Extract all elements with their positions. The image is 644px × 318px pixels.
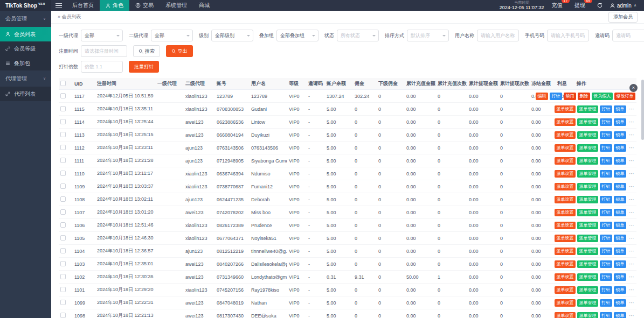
action-button[interactable]: 派单设置	[555, 131, 576, 139]
more-actions-button[interactable]: ⋯	[628, 236, 635, 241]
action-button[interactable]: 打针	[600, 157, 612, 165]
action-button[interactable]: 派单设置	[555, 144, 576, 152]
batch-inject-button[interactable]: 批量打针	[129, 61, 159, 73]
action-button[interactable]: 派单设置	[555, 209, 576, 216]
action-button[interactable]: 派单管理	[577, 183, 598, 190]
menu-toggle-icon[interactable]	[51, 0, 66, 11]
action-button[interactable]: 编辑	[536, 93, 548, 100]
sidebar-item[interactable]: 叠加包	[0, 56, 51, 70]
action-button[interactable]: 派单设置	[555, 299, 576, 307]
row-checkbox[interactable]	[60, 209, 66, 215]
action-button[interactable]: 打针	[600, 183, 612, 190]
nav-item[interactable]: 后台首页	[66, 0, 100, 11]
action-button[interactable]: 锁单	[614, 299, 626, 307]
action-button[interactable]: 派单管理	[577, 196, 598, 203]
filter-select[interactable]: 默认排序	[407, 30, 449, 41]
filter-select[interactable]: 全部	[81, 30, 123, 41]
filter-input[interactable]: 请输入手机号码	[547, 30, 589, 41]
action-button[interactable]: 打针	[600, 170, 612, 178]
select-all-checkbox[interactable]	[60, 81, 66, 86]
action-button[interactable]: 锁单	[614, 196, 626, 203]
action-button[interactable]: 派单设置	[555, 118, 576, 126]
action-button[interactable]: 派单管理	[577, 235, 598, 242]
action-button[interactable]: 锁单	[614, 131, 626, 139]
row-checkbox[interactable]	[60, 248, 66, 253]
action-button[interactable]: 派单管理	[577, 248, 598, 255]
action-button[interactable]: 派单管理	[577, 222, 598, 229]
row-checkbox[interactable]	[60, 132, 66, 137]
more-actions-button[interactable]: ⋯	[628, 184, 635, 189]
action-button[interactable]: 派单设置	[555, 235, 576, 242]
action-button[interactable]: 锁单	[614, 105, 626, 113]
filter-input[interactable]: 请输入用户名称	[477, 30, 519, 41]
search-button[interactable]: 搜索	[133, 45, 160, 57]
action-button[interactable]: 派单设置	[555, 260, 576, 268]
sidebar-item[interactable]: 会员列表	[0, 27, 51, 41]
action-button[interactable]: 派单设置	[555, 222, 576, 229]
more-actions-button[interactable]: ⋯	[628, 274, 635, 280]
filter-select[interactable]: 全部叠加组	[276, 30, 318, 41]
nav-item[interactable]: 商城	[193, 0, 216, 11]
more-actions-button[interactable]: ⋯	[628, 262, 635, 267]
action-button[interactable]: 派单管理	[577, 131, 598, 139]
action-button[interactable]: 打针	[600, 312, 612, 318]
action-button[interactable]: 派单设置	[555, 105, 576, 113]
action-button[interactable]: 派单管理	[577, 157, 598, 165]
action-button[interactable]: 派单管理	[577, 260, 598, 268]
row-checkbox[interactable]	[60, 274, 66, 279]
close-icon[interactable]: ×	[629, 84, 638, 92]
action-button[interactable]: 锁单	[614, 144, 626, 152]
more-actions-button[interactable]: ⋯	[628, 132, 635, 138]
more-actions-button[interactable]: ⋯	[628, 210, 635, 215]
more-actions-button[interactable]: ⋯	[628, 158, 635, 164]
filter-input[interactable]: 邀请码	[612, 30, 644, 41]
action-button[interactable]: 打针	[600, 299, 612, 307]
action-button[interactable]: 派单设置	[555, 273, 576, 281]
action-button[interactable]: 锁单	[614, 260, 626, 268]
row-checkbox[interactable]	[60, 300, 66, 305]
action-button[interactable]: 派单管理	[577, 286, 598, 294]
row-checkbox[interactable]	[60, 93, 66, 98]
action-button[interactable]: 派单管理	[577, 273, 598, 281]
sidebar-group-header[interactable]: 代理管理∨	[0, 70, 51, 87]
row-checkbox[interactable]	[60, 313, 66, 318]
row-checkbox[interactable]	[60, 171, 66, 176]
filter-select[interactable]: 全部级别	[211, 30, 253, 41]
action-button[interactable]: 删除	[578, 93, 590, 100]
action-button[interactable]: 打针	[600, 209, 612, 216]
more-actions-button[interactable]: ⋯	[628, 145, 635, 151]
action-button[interactable]: 派单管理	[577, 118, 598, 126]
nav-item[interactable]: 交易	[129, 0, 160, 11]
sidebar-group-header[interactable]: 会员管理∨	[0, 11, 51, 27]
withdraw-link[interactable]: 提现 65	[574, 2, 585, 9]
action-button[interactable]: 打针	[600, 118, 612, 126]
action-button[interactable]: 修改订单	[614, 93, 635, 100]
action-button[interactable]: 派单设置	[555, 312, 576, 318]
action-button[interactable]: 锁单	[614, 170, 626, 178]
row-checkbox[interactable]	[60, 222, 66, 228]
multiplier-input[interactable]: 倍数 1.1	[81, 61, 123, 73]
row-checkbox[interactable]	[60, 158, 66, 163]
action-button[interactable]: 派单设置	[555, 170, 576, 178]
scrollbar-thumb[interactable]	[641, 80, 644, 140]
filter-select[interactable]: 所有状态	[337, 30, 379, 41]
action-button[interactable]: 锁单	[614, 248, 626, 255]
filter-select[interactable]: 全部	[151, 30, 193, 41]
action-button[interactable]: 打针	[600, 131, 612, 139]
nav-item[interactable]: 系统管理	[160, 0, 193, 11]
more-actions-button[interactable]: ⋯	[628, 300, 635, 306]
action-button[interactable]: 锁单	[614, 286, 626, 294]
action-button[interactable]: 派单设置	[555, 286, 576, 294]
action-button[interactable]: 打针	[600, 105, 612, 113]
more-actions-button[interactable]: ⋯	[628, 107, 635, 112]
action-button[interactable]: 派单管理	[577, 170, 598, 178]
sidebar-item[interactable]: 代理列表	[0, 87, 51, 101]
action-button[interactable]: 锁单	[614, 222, 626, 229]
recharge-link[interactable]: 充值 17	[552, 2, 563, 9]
nav-item[interactable]: 角色	[100, 0, 129, 11]
more-actions-button[interactable]: ⋯	[628, 119, 635, 125]
row-checkbox[interactable]	[60, 261, 66, 266]
row-checkbox[interactable]	[60, 235, 66, 241]
action-button[interactable]: 派单设置	[555, 248, 576, 255]
more-actions-button[interactable]: ⋯	[628, 313, 635, 318]
